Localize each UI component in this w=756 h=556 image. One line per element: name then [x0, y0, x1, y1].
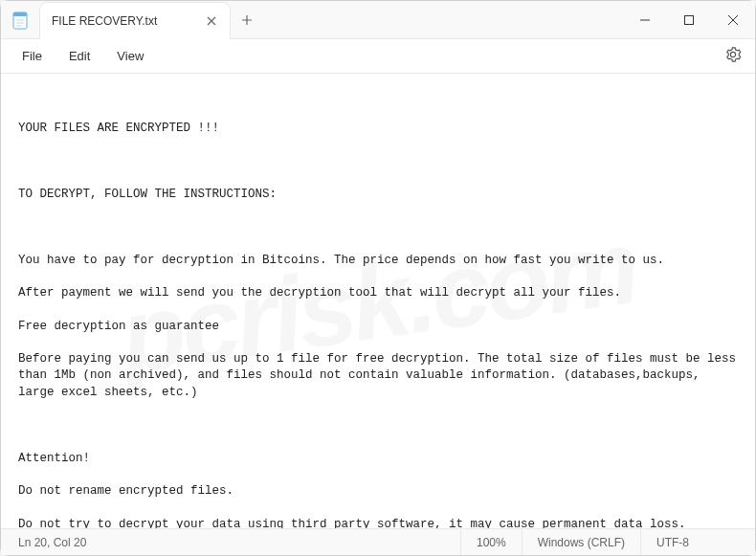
new-tab-button[interactable] — [231, 1, 263, 38]
status-line-ending[interactable]: Windows (CRLF) — [522, 529, 640, 555]
statusbar: Ln 20, Col 20 100% Windows (CRLF) UTF-8 — [1, 528, 755, 555]
svg-rect-1 — [13, 12, 27, 16]
text-line: Free decryption as guarantee — [18, 320, 219, 333]
settings-button[interactable] — [719, 40, 747, 73]
maximize-button[interactable] — [667, 1, 711, 39]
status-cursor-position[interactable]: Ln 20, Col 20 — [1, 529, 101, 555]
tab-file-recovery[interactable]: FILE RECOVERY.txt — [39, 2, 231, 39]
window-controls — [623, 1, 755, 39]
text-line: Before paying you can send us up to 1 fi… — [18, 352, 744, 399]
close-window-button[interactable] — [711, 1, 755, 39]
tab-strip: FILE RECOVERY.txt — [39, 1, 623, 38]
status-encoding[interactable]: UTF-8 — [640, 529, 755, 555]
text-line: YOUR FILES ARE ENCRYPTED !!! — [18, 122, 219, 135]
gear-icon — [724, 46, 742, 63]
menu-file[interactable]: File — [9, 43, 56, 69]
menu-view[interactable]: View — [103, 43, 157, 69]
minimize-button[interactable] — [623, 1, 667, 39]
text-line: TO DECRYPT, FOLLOW THE INSTRUCTIONS: — [18, 188, 277, 201]
titlebar: FILE RECOVERY.txt — [1, 1, 755, 39]
menubar: File Edit View — [1, 39, 755, 74]
notepad-window: FILE RECOVERY.txt File Edit View — [0, 0, 756, 556]
text-line: Attention! — [18, 452, 90, 465]
text-editor[interactable]: pcrisk.com YOUR FILES ARE ENCRYPTED !!! … — [1, 74, 755, 528]
svg-rect-5 — [685, 15, 694, 24]
menu-edit[interactable]: Edit — [56, 43, 103, 69]
text-line: Do not rename encrypted files. — [18, 484, 233, 498]
status-zoom[interactable]: 100% — [460, 529, 522, 555]
tab-title: FILE RECOVERY.txt — [52, 14, 157, 28]
notepad-app-icon — [1, 11, 39, 30]
text-line: You have to pay for decryption in Bitcoi… — [18, 254, 664, 267]
text-line: After payment we will send you the decry… — [18, 286, 621, 300]
text-line: Do not try to decrypt your data using th… — [18, 518, 686, 529]
close-tab-icon[interactable] — [205, 14, 218, 28]
